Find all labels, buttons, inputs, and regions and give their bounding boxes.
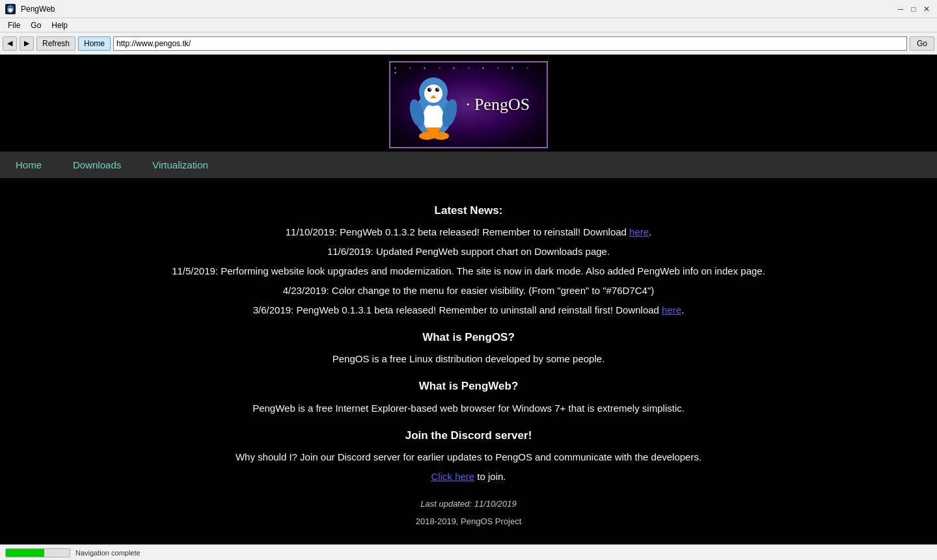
go-button[interactable]: Go [910,36,934,51]
close-button[interactable]: ✕ [921,4,932,14]
menu-file[interactable]: File [3,20,25,31]
what-pengweb-heading: What is PengWeb? [26,377,911,395]
menu-help[interactable]: Help [46,20,73,31]
nav-home[interactable]: Home [0,152,57,178]
penguin-logo: · PengOS [407,69,530,140]
news-item-5: 3/6/2019: PengWeb 0.1.3.1 beta released!… [26,302,911,318]
news1-link[interactable]: here [629,226,649,237]
menu-go[interactable]: Go [25,20,46,31]
webpage-container[interactable]: · PengOS Home Downloads Virtualization L… [0,55,937,544]
title-bar: PengWeb ─ □ ✕ [0,0,937,18]
logo-box: · PengOS [389,61,548,148]
window-controls: ─ □ ✕ [895,4,932,14]
back-button[interactable]: ◀ [3,36,17,51]
penguin-svg [407,69,459,140]
maximize-button[interactable]: □ [908,4,919,14]
svg-point-4 [11,7,12,8]
home-button[interactable]: Home [78,36,111,51]
what-pengos-heading: What is PengOS? [26,328,911,346]
discord-link[interactable]: Click here [431,471,474,482]
app-title: PengWeb [21,5,55,14]
svg-point-10 [435,88,439,92]
svg-point-9 [428,88,431,92]
refresh-button[interactable]: Refresh [36,36,75,51]
svg-point-11 [429,88,431,90]
discord-text: Why should I? Join our Discord server fo… [26,449,911,465]
forward-button[interactable]: ▶ [20,36,34,51]
site-nav: Home Downloads Virtualization [0,152,937,178]
news-item-3: 11/5/2019: Performing website look upgra… [26,263,911,279]
nav-virtualization[interactable]: Virtualization [137,152,224,178]
menu-bar: File Go Help [0,18,937,33]
status-text: Navigation complete [75,549,141,557]
page-content: Latest News: 11/10/2019: PengWeb 0.1.3.2… [0,178,937,544]
discord-link-line: Click here to join. [26,469,911,485]
progress-fill [6,549,44,557]
nav-bar: ◀ ▶ Refresh Home Go [0,33,937,55]
nav-downloads[interactable]: Downloads [57,152,137,178]
browser-area: · PengOS Home Downloads Virtualization L… [0,55,937,544]
status-bar: Navigation complete [0,544,937,560]
what-pengos-text: PengOS is a free Linux distribution deve… [26,351,911,367]
footer: 2018-2019, PengOS Project [26,515,911,529]
site-header: · PengOS [0,55,937,152]
last-updated: Last updated: 11/10/2019 [26,498,911,511]
svg-point-12 [437,88,439,90]
news-item-4: 4/23/2019: Color change to the menu for … [26,283,911,299]
news-item-2: 11/6/2019: Updated PengWeb support chart… [26,244,911,260]
svg-point-3 [9,7,10,8]
what-pengweb-text: PengWeb is a free Internet Explorer-base… [26,401,911,416]
logo-text: · PengOS [466,95,530,114]
app-icon [5,4,16,14]
news5-link[interactable]: here [662,304,681,315]
discord-heading: Join the Discord server! [26,427,911,444]
logo-inner: · PengOS [390,62,547,147]
url-input[interactable] [113,36,907,51]
minimize-button[interactable]: ─ [895,4,906,14]
progress-bar [5,548,70,557]
latest-news-heading: Latest News: [26,202,911,219]
svg-point-8 [424,85,442,103]
webpage: · PengOS Home Downloads Virtualization L… [0,55,937,544]
news-item-1: 11/10/2019: PengWeb 0.1.3.2 beta release… [26,224,911,240]
